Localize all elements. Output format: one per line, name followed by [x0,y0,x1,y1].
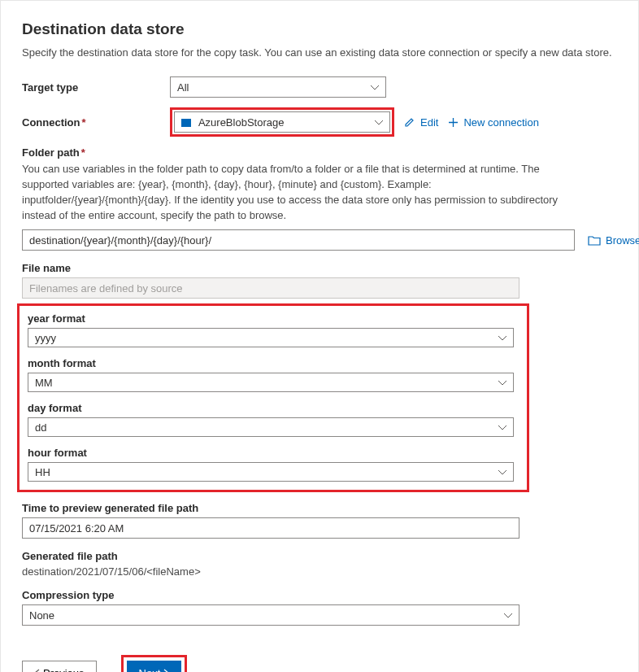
plus-icon [448,117,459,128]
next-highlight: Next [121,655,188,672]
month-format-label: month format [28,357,519,369]
chevron-down-icon [371,82,379,92]
folder-path-input[interactable]: destination/{year}/{month}/{day}/{hour}/ [22,229,575,251]
target-type-value: All [177,81,189,94]
connection-value: AzureBlobStorage [198,116,285,129]
chevron-down-icon [498,377,506,387]
connection-label: Connection* [22,116,160,129]
browse-button[interactable]: Browse [588,234,639,247]
page-title: Destination data store [22,20,617,38]
compression-label: Compression type [22,589,617,601]
folder-path-label: Folder path* [22,146,617,159]
connection-select[interactable]: AzureBlobStorage [174,111,390,133]
folder-path-help: You can use variables in the folder path… [22,162,575,223]
formats-highlight: year format yyyy month format MM day for… [17,303,529,492]
chevron-right-icon [163,669,169,672]
preview-time-label: Time to preview generated file path [22,502,617,514]
chevron-left-icon [34,669,40,672]
chevron-down-icon [375,117,383,127]
connection-highlight: AzureBlobStorage [170,107,394,137]
year-format-label: year format [28,312,519,325]
preview-time-input[interactable]: 07/15/2021 6:20 AM [22,517,519,539]
day-format-select[interactable]: dd [28,417,514,437]
compression-select[interactable]: None [22,604,519,626]
file-name-input: Filenames are defined by source [22,277,519,299]
hour-format-select[interactable]: HH [28,462,514,482]
previous-button[interactable]: Previous [22,661,97,672]
page-subtitle: Specify the destination data store for t… [22,46,617,59]
folder-icon [588,235,601,246]
target-type-label: Target type [22,81,160,94]
chevron-down-icon [498,422,506,432]
file-name-label: File name [22,262,617,274]
generated-path-label: Generated file path [22,550,617,562]
pencil-icon [404,116,415,128]
azure-storage-icon [181,119,191,127]
next-button[interactable]: Next [127,661,182,672]
chevron-down-icon [498,333,506,343]
chevron-down-icon [504,610,512,620]
chevron-down-icon [498,467,506,477]
month-format-select[interactable]: MM [28,373,514,392]
day-format-label: day format [28,402,519,414]
new-connection-button[interactable]: New connection [448,116,539,129]
year-format-select[interactable]: yyyy [28,328,514,347]
edit-connection-button[interactable]: Edit [404,116,438,129]
target-type-select[interactable]: All [170,76,386,98]
generated-path-value: destination/2021/07/15/06/<fileName> [22,565,617,578]
hour-format-label: hour format [28,447,519,459]
